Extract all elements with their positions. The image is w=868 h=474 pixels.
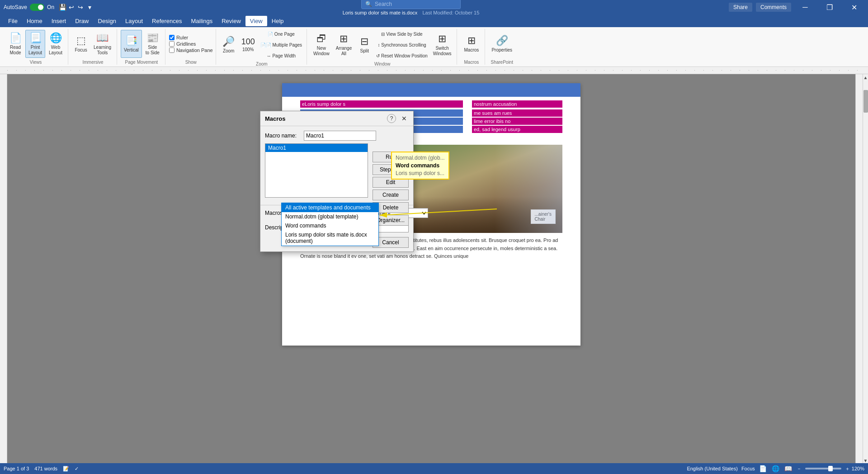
dialog-help-button[interactable]: ? — [387, 114, 396, 123]
macro-name-label: Macro name: — [265, 133, 301, 139]
macro-listbox[interactable]: Macro1 — [265, 143, 368, 198]
dialog-title: Macros — [265, 115, 286, 122]
dialog-body: Macro name: Macro1 Run Step Into Edit Cr… — [260, 126, 413, 205]
macro-list-row: Macro1 — [265, 143, 368, 198]
dialog-close-button[interactable]: ✕ — [400, 114, 409, 123]
macro-name-row: Macro name: — [265, 131, 368, 141]
tooltip-line-3: Loris sump dolor s... — [396, 170, 445, 177]
macro-list-item-1[interactable]: Macro1 — [265, 144, 368, 152]
macro-name-input[interactable] — [304, 131, 376, 141]
dropdown-item-word-commands[interactable]: Word commands — [282, 221, 378, 230]
dropdown-item-document[interactable]: Loris sump dolor sits mate is.docx (docu… — [282, 230, 378, 246]
dropdown-item-all[interactable]: All active templates and documents — [282, 203, 378, 212]
dialog-titlebar: Macros ? ✕ — [260, 111, 413, 126]
word-commands-tooltip: Normal.dotm (glob... Word commands Loris… — [391, 152, 449, 180]
dialog-overlay: Macros ? ✕ Macro name: Macro1 Run Step I… — [0, 0, 868, 474]
dialog-titlebar-buttons: ? ✕ — [387, 114, 409, 123]
tooltip-line-word-commands: Word commands — [396, 162, 445, 170]
arrow-connector — [0, 0, 868, 474]
macros-in-dropdown: All active templates and documents Norma… — [281, 203, 379, 246]
tooltip-line-1: Normal.dotm (glob... — [396, 154, 445, 162]
create-button[interactable]: Create — [373, 190, 409, 200]
dropdown-item-normal[interactable]: Normal.dotm (global template) — [282, 212, 378, 221]
